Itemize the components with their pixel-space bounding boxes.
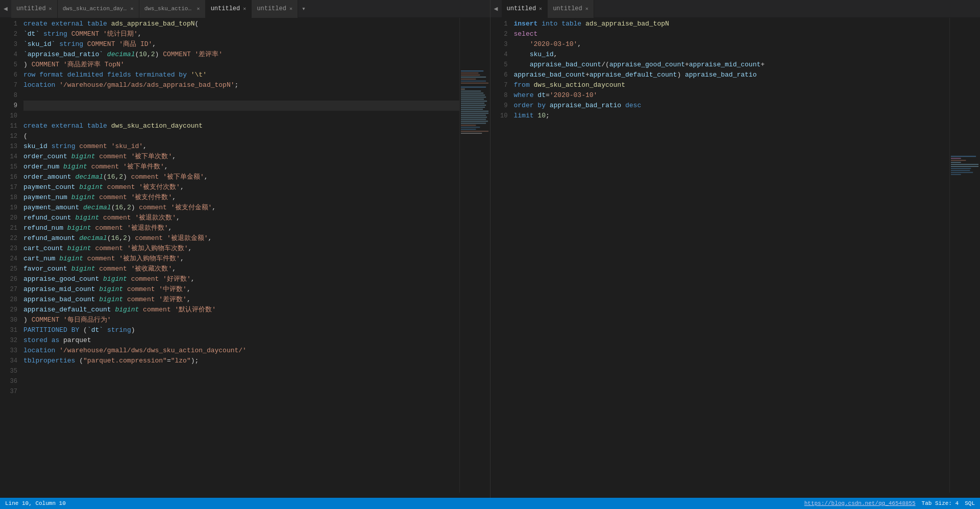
status-bar: Line 10, Column 10 https://blog.csdn.net… [0,498,980,509]
svg-rect-17 [460,105,485,106]
right-tab-bar: ◀ untitled ✕ untitled ✕ [491,0,981,18]
svg-rect-5 [460,79,476,80]
svg-rect-29 [460,129,476,130]
tab-dws-sku[interactable]: dws_sku_action_daycount.sku_id ✕ [58,0,139,18]
minimap-right [949,18,980,493]
svg-rect-22 [460,115,485,116]
svg-rect-2 [460,72,478,74]
line-numbers-right: 1 2 3 4 5 6 7 8 9 10 [491,18,512,493]
tab-untitled-5[interactable]: untitled ✕ [252,0,298,18]
tab-close-3[interactable]: ✕ [197,6,200,12]
right-tab-prev-btn[interactable]: ◀ [491,0,502,18]
svg-rect-20 [460,111,488,112]
svg-rect-1 [460,70,483,71]
svg-rect-39 [951,168,971,169]
tab-dws-sku-action[interactable]: dws_sku_action_s... ✕ [139,0,206,18]
svg-rect-21 [460,113,488,114]
svg-rect-7 [460,83,488,84]
right-tab-close-1[interactable]: ✕ [539,6,542,12]
svg-rect-16 [460,103,484,104]
svg-rect-23 [460,117,486,118]
svg-rect-18 [460,107,484,108]
tab-close-4[interactable]: ✕ [243,6,246,12]
svg-rect-6 [460,81,485,82]
svg-rect-33 [951,156,976,157]
status-link[interactable]: https://blog.csdn.net/qq_46548855 [804,500,916,506]
svg-rect-38 [951,166,978,167]
status-position: Line 10, Column 10 [5,500,66,506]
svg-rect-3 [460,75,479,76]
minimap-left [459,18,490,493]
svg-rect-32 [950,155,980,355]
svg-rect-11 [460,92,483,93]
svg-rect-27 [460,125,476,126]
tab-close-5[interactable]: ✕ [289,6,292,12]
tab-prev-btn[interactable]: ◀ [0,0,11,18]
svg-rect-30 [460,131,488,132]
svg-rect-4 [460,77,485,78]
tab-untitled-1[interactable]: untitled ✕ [11,0,58,18]
svg-rect-12 [460,94,484,95]
svg-rect-37 [951,164,978,165]
tab-untitled-4[interactable]: untitled ✕ [206,0,252,18]
right-code-editor[interactable]: 1 2 3 4 5 6 7 8 9 10 [491,18,950,493]
right-tab-untitled-2[interactable]: untitled ✕ [548,0,594,18]
tab-close-1[interactable]: ✕ [49,6,52,12]
svg-rect-34 [951,158,961,159]
tab-overflow-btn[interactable]: ▾ [298,0,309,18]
svg-rect-9 [460,89,464,90]
status-language[interactable]: SQL [965,500,975,506]
svg-rect-40 [951,170,970,171]
svg-rect-42 [951,174,961,175]
left-code-editor[interactable]: 1 2 3 4 5 6 7 8 9 10 11 [0,18,459,493]
svg-rect-15 [460,101,486,102]
svg-rect-28 [460,127,479,128]
svg-rect-41 [951,172,973,173]
svg-rect-31 [460,133,481,134]
svg-rect-8 [460,87,485,88]
svg-rect-19 [460,109,482,110]
svg-rect-26 [460,123,485,124]
svg-rect-10 [460,90,480,91]
right-tab-close-2[interactable]: ✕ [585,6,589,12]
line-numbers-left: 1 2 3 4 5 6 7 8 9 10 11 [0,18,21,493]
svg-rect-24 [460,119,485,120]
right-tab-untitled-1[interactable]: untitled ✕ [502,0,548,18]
tab-close-2[interactable]: ✕ [131,6,134,12]
right-code-lines: insert into table ads_appraise_bad_topN … [512,18,950,493]
svg-rect-35 [951,160,966,161]
svg-rect-36 [951,162,961,163]
svg-rect-25 [460,120,487,122]
left-code-lines: create external table ads_appraise_bad_t… [21,18,459,493]
left-tab-bar: ◀ untitled ✕ dws_sku_action_daycount.sku… [0,0,490,18]
status-tab-size: Tab Size: 4 [922,500,959,506]
svg-rect-14 [460,99,483,100]
right-scrollbar[interactable] [491,493,981,498]
svg-rect-13 [460,96,485,98]
left-scrollbar[interactable] [0,493,490,498]
